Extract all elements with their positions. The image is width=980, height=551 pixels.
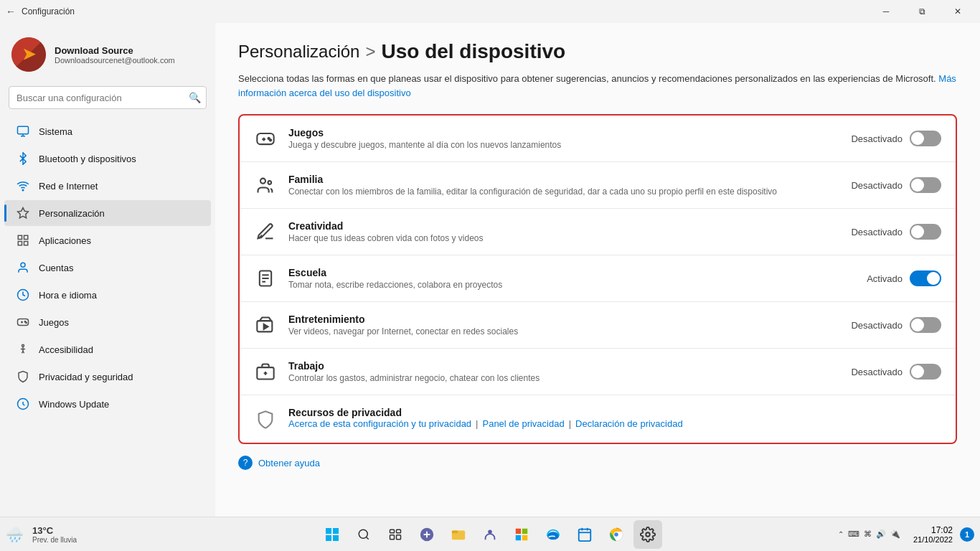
wifi-icon[interactable]: ⌘ xyxy=(864,529,872,539)
restore-button[interactable]: ⧉ xyxy=(905,0,938,23)
tray-arrow[interactable]: ⌃ xyxy=(838,530,844,538)
toggle-escuela[interactable] xyxy=(910,270,941,286)
toggle-familia[interactable] xyxy=(910,177,941,193)
sidebar-item-privacidad[interactable]: Privacidad y seguridad xyxy=(4,364,211,390)
back-arrow[interactable]: ← xyxy=(6,6,16,17)
setting-status-creatividad: Desactivado xyxy=(851,227,903,237)
title-bar: ← Configuración ─ ⧉ ✕ xyxy=(0,0,980,23)
toggle-entretenimiento[interactable] xyxy=(910,317,941,333)
svg-rect-39 xyxy=(390,529,395,533)
bluetooth-icon xyxy=(16,151,30,166)
setting-text-entretenimiento: Entretenimiento Ver videos, navegar por … xyxy=(288,314,839,336)
setting-title-privacy: Recursos de privacidad xyxy=(288,407,941,418)
sidebar-item-personalizacion[interactable]: Personalización xyxy=(4,200,211,226)
svg-rect-49 xyxy=(516,534,521,540)
sidebar-label-accesibilidad: Accesibilidad xyxy=(39,344,93,355)
keyboard-icon: ⌨ xyxy=(848,529,859,539)
svg-point-14 xyxy=(26,322,27,324)
help-link[interactable]: Obtener ayuda xyxy=(258,458,320,468)
taskbar-edge-button[interactable] xyxy=(539,520,567,549)
settings-card: Juegos Juega y descubre juegos, mantente… xyxy=(238,114,957,444)
setting-control-juegos: Desactivado xyxy=(851,131,941,146)
setting-icon-creatividad xyxy=(254,220,277,243)
svg-rect-41 xyxy=(390,534,395,539)
taskbar-calendar-button[interactable] xyxy=(570,520,599,549)
taskbar-chrome-button[interactable] xyxy=(602,520,631,549)
taskbar-taskview-button[interactable] xyxy=(381,520,410,549)
search-input[interactable] xyxy=(9,86,207,109)
setting-row-creatividad: Creatividad Hacer que tus ideas cobren v… xyxy=(240,209,956,255)
taskbar-chat-button[interactable] xyxy=(413,520,441,549)
taskbar: 🌧️ 13°C Prev. de lluvia xyxy=(0,517,980,551)
sidebar-item-sistema[interactable]: Sistema xyxy=(4,118,211,144)
svg-rect-33 xyxy=(326,528,331,534)
svg-rect-45 xyxy=(452,530,458,533)
hora-icon xyxy=(16,288,30,302)
setting-title-entretenimiento: Entretenimiento xyxy=(288,314,839,325)
svg-point-21 xyxy=(270,139,271,141)
privacy-link-2[interactable]: Panel de privacidad xyxy=(482,418,564,429)
taskbar-teams-button[interactable] xyxy=(476,520,504,549)
privacy-link-3[interactable]: Declaración de privacidad xyxy=(575,418,683,429)
setting-text-juegos: Juegos Juega y descubre juegos, mantente… xyxy=(288,127,839,150)
minimize-button[interactable]: ─ xyxy=(870,0,903,23)
sidebar-item-windowsupdate[interactable]: Windows Update xyxy=(4,391,211,417)
search-box[interactable]: 🔍 xyxy=(9,86,207,109)
volume-icon[interactable]: 🔊 xyxy=(876,529,886,539)
setting-desc-entretenimiento: Ver videos, navegar por Internet, conect… xyxy=(288,326,839,336)
setting-text-escuela: Escuela Tomar nota, escribe redacciones,… xyxy=(288,267,855,290)
privacy-link-1[interactable]: Acerca de esta configuración y tu privac… xyxy=(288,418,471,429)
help-row[interactable]: ? Obtener ayuda xyxy=(238,456,957,470)
notification-badge[interactable]: 1 xyxy=(960,527,974,542)
sidebar-item-juegos[interactable]: Juegos xyxy=(4,309,211,335)
clock-time: 17:02 xyxy=(931,525,953,535)
sidebar-item-aplicaciones[interactable]: Aplicaciones xyxy=(4,227,211,253)
setting-row-entretenimiento: Entretenimiento Ver videos, navegar por … xyxy=(240,302,956,349)
setting-control-trabajo: Desactivado xyxy=(851,364,941,380)
svg-rect-40 xyxy=(397,529,401,533)
taskbar-search-button[interactable] xyxy=(349,520,378,549)
svg-point-60 xyxy=(646,532,650,537)
sidebar-item-bluetooth[interactable]: Bluetooth y dispositivos xyxy=(4,146,211,171)
sistema-icon xyxy=(16,124,30,138)
svg-rect-52 xyxy=(579,529,591,541)
svg-rect-42 xyxy=(397,534,401,539)
start-button[interactable] xyxy=(318,520,347,549)
sidebar-label-bluetooth: Bluetooth y dispositivos xyxy=(39,154,136,164)
setting-status-entretenimiento: Desactivado xyxy=(851,320,903,331)
svg-rect-4 xyxy=(18,235,22,239)
sidebar-item-cuentas[interactable]: Cuentas xyxy=(4,255,211,281)
sidebar-item-hora[interactable]: Hora e idioma xyxy=(4,282,211,308)
setting-control-creatividad: Desactivado xyxy=(851,224,941,240)
toggle-juegos[interactable] xyxy=(910,131,941,146)
setting-row-familia: Familia Conectar con los miembros de la … xyxy=(240,162,956,209)
svg-rect-7 xyxy=(24,242,28,245)
search-icon: 🔍 xyxy=(189,92,201,103)
setting-desc-escuela: Tomar nota, escribe redacciones, colabor… xyxy=(288,280,855,290)
breadcrumb-part1: Personalización xyxy=(238,42,359,62)
svg-rect-35 xyxy=(326,535,331,541)
sidebar-item-red[interactable]: Red e Internet xyxy=(4,173,211,199)
setting-icon-escuela xyxy=(254,267,277,290)
clock[interactable]: 17:02 21/10/2022 xyxy=(909,525,957,544)
svg-rect-5 xyxy=(24,235,28,239)
svg-rect-48 xyxy=(522,528,527,533)
close-button[interactable]: ✕ xyxy=(941,0,974,23)
weather-temp: 13°C xyxy=(32,525,77,536)
title-bar-left: ← Configuración xyxy=(6,6,75,17)
sidebar-item-accesibilidad[interactable]: Accesibilidad xyxy=(4,336,211,362)
setting-text-trabajo: Trabajo Controlar los gastos, administra… xyxy=(288,360,839,383)
svg-rect-36 xyxy=(333,535,339,541)
setting-icon-familia xyxy=(254,174,277,197)
setting-row-privacy: Recursos de privacidad Acerca de esta co… xyxy=(240,395,956,443)
help-icon: ? xyxy=(238,456,253,470)
setting-row-juegos: Juegos Juega y descubre juegos, mantente… xyxy=(240,116,956,162)
toggle-creatividad[interactable] xyxy=(910,224,941,240)
setting-row-escuela: Escuela Tomar nota, escribe redacciones,… xyxy=(240,255,956,302)
toggle-trabajo[interactable] xyxy=(910,364,941,380)
taskbar-settings-button[interactable] xyxy=(633,520,662,549)
system-tray: ⌃ ⌨ ⌘ 🔊 🔌 xyxy=(832,529,906,539)
taskbar-explorer-button[interactable] xyxy=(444,520,473,549)
taskbar-store-button[interactable] xyxy=(507,520,536,549)
sidebar-label-cuentas: Cuentas xyxy=(39,263,73,273)
